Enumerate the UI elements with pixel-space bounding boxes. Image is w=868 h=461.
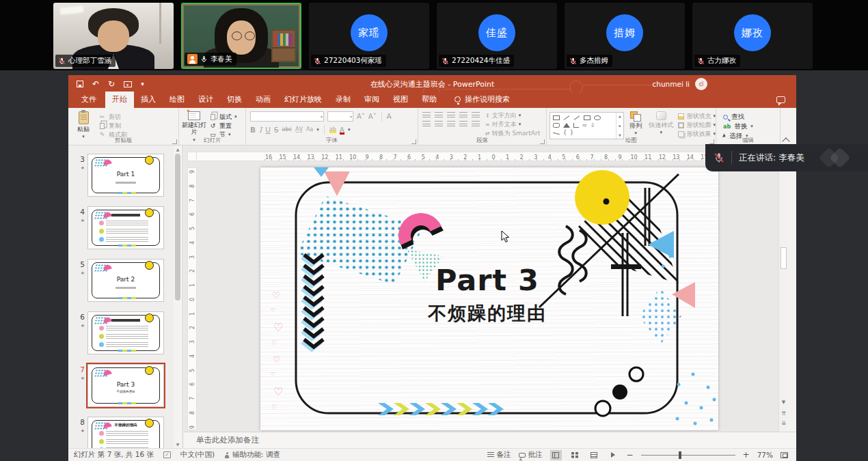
layout-arrow[interactable]: ▾ <box>234 114 237 120</box>
numbering-icon[interactable] <box>435 112 443 118</box>
ribbon-tab[interactable]: 录制 <box>329 92 357 108</box>
decrease-font-size-icon[interactable]: A˅ <box>368 113 377 120</box>
ribbon-tab[interactable]: 设计 <box>191 92 220 108</box>
text-box-shape-icon[interactable] <box>553 115 560 120</box>
scroll-down-icon[interactable]: ▼ <box>779 400 787 405</box>
ribbon-tab[interactable]: 视图 <box>386 92 415 108</box>
font-color-arrow[interactable]: ▾ <box>348 127 351 132</box>
ribbon-tab[interactable]: 幻灯片放映 <box>277 92 329 108</box>
account-area[interactable]: chunmei li cl <box>652 75 707 93</box>
shape-effects-arrow[interactable]: ▾ <box>713 131 716 137</box>
participant-tile[interactable]: 家瑶 27220403何家瑶 <box>309 3 429 69</box>
shape-outline-arrow[interactable]: ▾ <box>713 122 716 128</box>
text-direction-button[interactable]: ↕文字方向▾ <box>485 111 540 120</box>
rectangle-shape-icon[interactable] <box>584 115 591 120</box>
ribbon-tab[interactable]: 文件 <box>72 92 105 108</box>
reading-view-button[interactable] <box>588 450 600 460</box>
underline-icon[interactable]: U <box>265 126 271 134</box>
arrow-shape-icon[interactable] <box>574 115 580 120</box>
slide-title[interactable]: Part 3 <box>260 263 714 297</box>
right-brace-shape-icon[interactable]: } <box>570 130 573 136</box>
quick-styles-arrow[interactable]: ▾ <box>660 130 662 135</box>
normal-view-button[interactable] <box>550 450 562 460</box>
shape-gallery-scrollbar[interactable]: ▲▪▼ <box>616 113 623 139</box>
undo-icon[interactable]: ↶ <box>92 80 99 88</box>
spell-check-icon[interactable]: ✓ <box>163 451 171 458</box>
tell-me-search[interactable]: 操作说明搜索 <box>455 94 510 108</box>
align-text-button[interactable]: ≡对齐文本▾ <box>485 120 540 128</box>
justify-icon[interactable] <box>459 121 467 127</box>
slide-thumbnail[interactable]: 不烦躁的理由 <box>87 417 164 448</box>
slide-sorter-view-button[interactable] <box>569 450 581 460</box>
vertical-scrollbar[interactable]: ▲ ▼ ⇈ ⇊ <box>778 145 787 432</box>
participant-tile[interactable]: 李春美 <box>181 3 301 69</box>
previous-slide-icon[interactable]: ⇈ <box>779 410 787 417</box>
ribbon-tab[interactable]: 动画 <box>249 92 277 108</box>
font-name-select[interactable]: ▾ <box>250 111 324 122</box>
elbow-connector-shape-icon[interactable] <box>573 123 579 128</box>
ribbon-tab[interactable]: 审阅 <box>357 92 386 108</box>
shape-fill-arrow[interactable]: ▾ <box>713 113 716 119</box>
triangle-shape-icon[interactable] <box>563 123 570 128</box>
character-spacing-icon[interactable]: A̲V̲ <box>295 126 303 132</box>
change-case-icon[interactable]: Aa <box>306 126 313 132</box>
participant-tile[interactable]: 心理部丁雪涵 <box>53 3 174 69</box>
redo-icon[interactable]: ↻ <box>108 80 115 88</box>
replace-button[interactable]: ab替换▾ <box>723 122 780 130</box>
participant-tile[interactable]: 娜孜 古力娜孜 <box>692 3 813 69</box>
align-right-icon[interactable] <box>447 121 455 127</box>
zoom-out-button[interactable]: − <box>627 450 634 460</box>
layout-button[interactable]: 版式▾ <box>209 113 237 121</box>
start-slideshow-icon[interactable]: ▸ <box>124 81 132 87</box>
down-arrow-shape-icon[interactable]: ⇩ <box>591 123 595 128</box>
columns-icon[interactable] <box>472 121 480 127</box>
notes-pane[interactable]: 单击此处添加备注 <box>184 432 796 448</box>
language-status[interactable]: 中文(中国) <box>180 450 215 460</box>
scrollbar-thumb[interactable] <box>175 154 180 301</box>
zoom-in-button[interactable]: + <box>743 450 750 460</box>
copy-button[interactable]: 复制 <box>98 122 127 130</box>
participant-tile[interactable]: 措姆 多杰措姆 <box>565 3 685 69</box>
line-spacing-icon[interactable] <box>472 112 480 118</box>
comments-icon[interactable] <box>776 96 785 103</box>
shadow-icon[interactable]: abc <box>282 126 292 132</box>
zoom-level[interactable]: 77% <box>757 451 773 459</box>
cut-button[interactable]: ✂剪切 <box>98 113 127 121</box>
oval-shape-icon[interactable] <box>594 115 601 120</box>
slide-thumbnail[interactable] <box>87 206 164 249</box>
left-brace-shape-icon[interactable]: { <box>563 130 567 136</box>
align-text-arrow[interactable]: ▾ <box>519 122 521 127</box>
ribbon-tab[interactable]: 绘图 <box>163 92 191 108</box>
next-slide-icon[interactable]: ⇊ <box>779 420 787 426</box>
fit-to-window-icon[interactable] <box>781 452 788 458</box>
arrange-arrow[interactable]: ▾ <box>635 130 638 136</box>
align-center-icon[interactable] <box>435 121 443 127</box>
customize-qat-icon[interactable]: ▾ <box>141 81 144 87</box>
slide-subtitle[interactable]: 不烦躁的理由 <box>260 301 714 326</box>
thumbnail-scrollbar[interactable]: ▲ ▼ <box>174 145 182 448</box>
zoom-slider[interactable] <box>641 455 735 456</box>
slide-canvas[interactable]: ♡ ♡ ♡ ♡ ♡ ♡ ♡ ♡ <box>260 167 718 430</box>
italic-icon[interactable]: I <box>259 126 262 134</box>
increase-indent-icon[interactable] <box>459 112 467 118</box>
strikethrough-icon[interactable]: S <box>274 126 279 134</box>
font-color-icon[interactable]: A <box>340 126 344 134</box>
notes-toggle-button[interactable]: 备注 <box>487 450 511 460</box>
participant-tile[interactable]: 佳盛 27220424牛佳盛 <box>437 3 557 69</box>
comments-toggle-button[interactable]: 批注 <box>519 450 543 460</box>
decrease-indent-icon[interactable] <box>447 112 455 118</box>
line-shape-icon[interactable] <box>564 115 570 120</box>
clear-formatting-icon[interactable]: A̶ <box>387 113 392 120</box>
scrollbar-thumb[interactable] <box>781 247 787 269</box>
slide-thumbnail[interactable]: Part 3不烦躁的理由 <box>87 364 164 407</box>
highlight-color-icon[interactable]: ab <box>329 126 336 132</box>
slide-thumbnail[interactable] <box>87 311 164 354</box>
reset-button[interactable]: ↺重置 <box>209 122 237 130</box>
align-left-icon[interactable] <box>422 121 431 127</box>
bullets-icon[interactable] <box>422 112 431 118</box>
zoom-slider-thumb[interactable] <box>679 451 681 459</box>
case-arrow[interactable]: ▾ <box>316 127 319 132</box>
shape-gallery[interactable]: ⇨ ⇩ { } ▲▪▼ <box>550 112 624 139</box>
text-direction-arrow[interactable]: ▾ <box>519 113 521 118</box>
slideshow-view-button[interactable] <box>608 450 619 460</box>
